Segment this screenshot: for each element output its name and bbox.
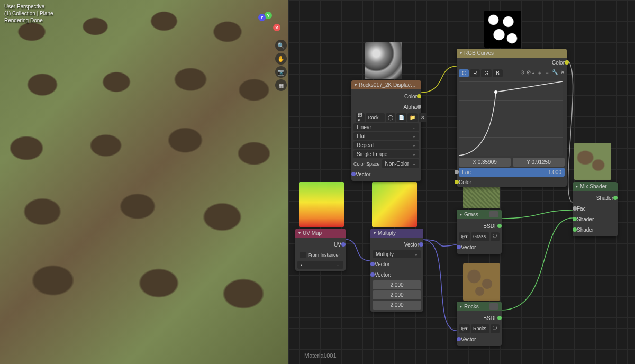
node-header-rocks[interactable]: ▾ Rocks [457, 302, 502, 311]
svg-point-0 [494, 90, 497, 94]
zoomin-icon[interactable]: ＋ [537, 69, 542, 77]
group-toggle-icon[interactable] [489, 303, 498, 310]
viewport-line-obj: (1) Collection | Plane [4, 10, 53, 17]
group-name[interactable]: Grass [471, 232, 489, 241]
image-name[interactable]: Rock... [366, 113, 385, 122]
close-icon[interactable]: ✕ [419, 113, 427, 122]
node-editor[interactable]: ▾ Rocks017_2K Displacement... Color Alph… [288, 0, 635, 364]
from-instancer-checkbox[interactable] [300, 252, 306, 258]
collapse-icon[interactable]: ▾ [460, 51, 462, 56]
viewport-3d[interactable]: User Perspective (1) Collection | Plane … [0, 0, 288, 364]
zoomout-icon[interactable]: － [545, 69, 550, 77]
node-title: Grass [464, 212, 478, 217]
unlink-icon[interactable]: 📄 [396, 113, 406, 122]
channel-g[interactable]: G [481, 69, 492, 77]
axis-y[interactable]: Y [265, 12, 272, 19]
extension-dropdown[interactable]: Repeat⌄ [353, 141, 419, 149]
preview-displacement [365, 42, 402, 79]
input-vector-a: Vector [375, 261, 389, 267]
handle-icon[interactable]: ⊘⌄ [527, 69, 535, 77]
pan-icon[interactable]: ✋ [275, 53, 287, 65]
collapse-icon[interactable]: ▾ [460, 212, 462, 217]
node-grass-group[interactable]: ▾ Grass BSDF ⊛▾ Grass 🛡 Vector [457, 210, 502, 254]
group-browse-icon[interactable]: ⊛▾ [459, 232, 470, 241]
shield-icon[interactable]: 🛡 [491, 324, 500, 333]
node-header-grass[interactable]: ▾ Grass [457, 210, 502, 219]
image-browse-icon[interactable]: 🖼▾ [356, 113, 365, 122]
output-shader: Shader [596, 195, 613, 201]
node-header-uv[interactable]: ▾ UV Map [295, 229, 346, 238]
node-header-rgb[interactable]: ▾ RGB Curves [457, 49, 567, 58]
node-rocks-group[interactable]: ▾ Rocks BSDF ⊛▾ Rocks 🛡 Vector [457, 302, 502, 346]
collapse-icon[interactable]: ▾ [374, 231, 376, 235]
group-toggle-icon[interactable] [489, 211, 498, 217]
viewport-overlay: User Perspective (1) Collection | Plane … [4, 3, 53, 24]
node-header-mix[interactable]: ▾ Mix Shader [573, 182, 618, 191]
source-dropdown[interactable]: Single Image⌄ [353, 150, 419, 158]
node-title: Rocks [464, 304, 479, 310]
collapse-icon[interactable]: ▾ [576, 184, 578, 189]
input-shader-1: Shader [577, 216, 594, 222]
channel-c[interactable]: C [459, 69, 469, 77]
node-title: Rocks017_2K Displacement... [359, 82, 418, 88]
node-header-multiply[interactable]: ▾ Multiply [370, 229, 423, 238]
channel-r[interactable]: R [470, 69, 480, 77]
collapse-icon[interactable]: ▾ [355, 83, 357, 87]
input-vector: Vector [356, 171, 370, 177]
operation-dropdown[interactable]: Multiply⌄ [373, 250, 421, 258]
nav-gizmo[interactable]: X Y Z [254, 11, 280, 37]
preview-uvmap [299, 182, 344, 227]
remove-icon[interactable]: ✕ [560, 69, 565, 77]
users-icon[interactable]: ◯ [386, 113, 395, 122]
viewport-line-persp: User Perspective [4, 3, 53, 10]
node-uv-map[interactable]: ▾ UV Map UV From Instancer ▪⌄ [295, 229, 346, 271]
curve-widget[interactable] [459, 81, 563, 156]
collapse-icon[interactable]: ▾ [298, 231, 301, 235]
output-uv: UV [334, 242, 341, 248]
output-color: Color [552, 60, 565, 66]
interp-dropdown[interactable]: Linear⌄ [353, 123, 419, 131]
colorspace-dropdown[interactable]: Non-Color⌄ [382, 159, 419, 168]
node-header-texture[interactable]: ▾ Rocks017_2K Displacement... [351, 80, 421, 89]
preview-mask [484, 11, 521, 48]
input-vector: Vector [461, 336, 476, 342]
material-name: Material.001 [304, 352, 337, 359]
curve-y[interactable]: Y 0.91250 [513, 158, 565, 167]
channel-b[interactable]: B [493, 69, 503, 77]
input-fac: Fac [577, 206, 586, 212]
output-bsdf: BSDF [483, 223, 497, 229]
preview-rocks [463, 263, 500, 301]
vec-z[interactable]: 2.000 [373, 301, 421, 310]
curve-x[interactable]: X 0.35909 [459, 158, 511, 167]
node-title: UV Map [303, 230, 322, 236]
uv-layer-dropdown[interactable]: ▪⌄ [297, 261, 343, 269]
node-title: Multiply [378, 230, 396, 236]
fac-slider[interactable]: Fac1.000 [459, 168, 565, 177]
open-icon[interactable]: 📁 [407, 113, 418, 122]
output-color: Color [404, 94, 417, 99]
axis-x[interactable]: X [273, 24, 280, 31]
vec-x[interactable]: 2.000 [373, 280, 421, 289]
reset-icon[interactable]: ⊙ [520, 69, 524, 77]
collapse-icon[interactable]: ▾ [460, 304, 462, 309]
node-image-texture[interactable]: ▾ Rocks017_2K Displacement... Color Alph… [351, 80, 421, 181]
group-browse-icon[interactable]: ⊛▾ [459, 324, 470, 333]
input-shader-2: Shader [577, 227, 594, 233]
colorspace-label: Color Space [353, 161, 380, 167]
projection-dropdown[interactable]: Flat⌄ [353, 132, 419, 140]
group-name[interactable]: Rocks [471, 324, 489, 333]
tools-icon[interactable]: 🔧 [552, 69, 558, 77]
camera-icon[interactable]: 📷 [275, 66, 287, 78]
output-vector: Vector [404, 242, 419, 248]
node-vector-multiply[interactable]: ▾ Multiply Vector Multiply⌄ Vector Vecto… [370, 229, 423, 312]
viewport-buttons: 🔍 ✋ 📷 ▦ [275, 40, 287, 91]
node-rgb-curves[interactable]: ▾ RGB Curves Color C R G B ⊙ ⊘⌄ ＋ － 🔧 ✕ … [457, 49, 567, 187]
shield-icon[interactable]: 🛡 [491, 232, 500, 241]
vec-y[interactable]: 2.000 [373, 290, 421, 299]
output-bsdf: BSDF [483, 315, 497, 321]
node-mix-shader[interactable]: ▾ Mix Shader Shader Fac Shader Shader [573, 182, 618, 236]
axis-z[interactable]: Z [258, 14, 266, 21]
persp-icon[interactable]: ▦ [275, 79, 287, 91]
zoom-icon[interactable]: 🔍 [275, 40, 287, 51]
from-instancer-label: From Instancer [308, 252, 340, 258]
